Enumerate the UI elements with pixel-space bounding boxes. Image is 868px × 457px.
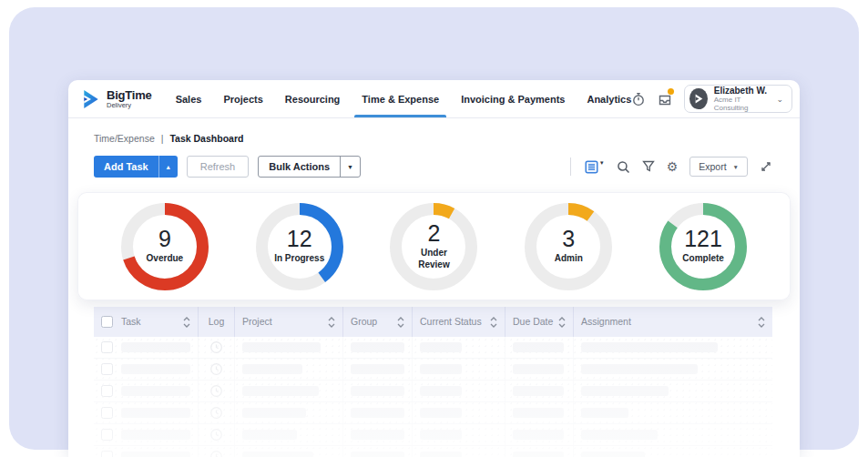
- column-label-current-status: Current Status: [420, 316, 486, 327]
- timer-icon[interactable]: [631, 91, 646, 107]
- list-view-caret-icon: ▼: [599, 160, 605, 166]
- row-checkbox[interactable]: [101, 341, 113, 353]
- donut-under-review-center: 2 Under Review: [402, 215, 465, 279]
- user-avatar: [689, 88, 707, 109]
- complete-label: Complete: [682, 253, 724, 265]
- donut-overdue-center: 9 Overdue: [133, 215, 197, 279]
- donut-in-progress[interactable]: 12 In Progress: [256, 203, 343, 290]
- export-button[interactable]: Export ▼: [689, 157, 748, 177]
- log-time-clock-icon[interactable]: [209, 428, 223, 442]
- column-header-assignment[interactable]: Assignment: [574, 307, 772, 337]
- bulk-actions-caret-down-icon[interactable]: ▼: [340, 157, 360, 177]
- nav-item-analytics[interactable]: Analytics: [587, 80, 631, 117]
- group-cell: [343, 446, 413, 457]
- table-row[interactable]: [94, 381, 772, 402]
- filter-icon[interactable]: [642, 160, 655, 173]
- add-task-button[interactable]: Add Task ▲: [94, 156, 178, 178]
- sort-icon-project[interactable]: [328, 317, 335, 328]
- bulk-actions-button[interactable]: Bulk Actions ▼: [258, 156, 361, 178]
- task-cell: [94, 402, 199, 423]
- log-time-clock-icon[interactable]: [209, 406, 223, 420]
- inbox-notification-dot: [668, 88, 674, 95]
- toolbar-divider: [570, 157, 571, 176]
- table-settings-gear-icon[interactable]: ⚙: [667, 160, 679, 173]
- column-header-group[interactable]: Group: [343, 307, 413, 337]
- overdue-label: Overdue: [147, 253, 184, 265]
- log-cell: [199, 402, 235, 423]
- admin-label: Admin: [555, 253, 583, 265]
- column-header-due-date[interactable]: Due Date: [505, 307, 574, 337]
- breadcrumb-separator: |: [161, 133, 164, 144]
- complete-count: 121: [684, 228, 722, 250]
- table-body: [94, 337, 772, 457]
- table-row[interactable]: [94, 359, 772, 381]
- row-checkbox[interactable]: [101, 363, 113, 375]
- donut-admin[interactable]: 3 Admin: [525, 203, 612, 290]
- sort-icon-assignment[interactable]: [758, 317, 765, 328]
- inbox-icon[interactable]: [658, 91, 672, 107]
- log-time-clock-icon[interactable]: [209, 450, 223, 457]
- sort-icon-task[interactable]: [183, 317, 190, 328]
- sort-icon-current-status[interactable]: [490, 317, 497, 328]
- nav-item-time-expense[interactable]: Time & Expense: [362, 80, 439, 117]
- bulk-actions-label: Bulk Actions: [259, 161, 340, 172]
- donut-overdue[interactable]: 9 Overdue: [121, 203, 209, 290]
- export-caret-down-icon: ▼: [733, 164, 739, 170]
- row-checkbox[interactable]: [101, 429, 113, 441]
- log-cell: [199, 337, 235, 358]
- project-cell: [235, 337, 343, 358]
- expand-icon[interactable]: [760, 160, 772, 173]
- bigtime-logo-icon: [81, 89, 101, 109]
- sort-icon-group[interactable]: [397, 317, 404, 328]
- log-time-clock-icon[interactable]: [209, 340, 223, 354]
- user-name: Elizabeth W.: [714, 86, 768, 96]
- breadcrumb: Time/Expense | Task Dashboard: [68, 133, 800, 144]
- select-all-checkbox[interactable]: [101, 316, 113, 328]
- row-checkbox[interactable]: [101, 451, 113, 457]
- project-cell: [235, 381, 343, 401]
- log-time-clock-icon[interactable]: [209, 362, 223, 376]
- donut-complete[interactable]: 121 Complete: [659, 203, 747, 290]
- add-task-caret-up-icon[interactable]: ▲: [158, 156, 178, 178]
- add-task-label[interactable]: Add Task: [94, 161, 158, 172]
- table-row[interactable]: [94, 424, 772, 446]
- sort-icon-due-date[interactable]: [558, 317, 566, 328]
- log-cell: [199, 446, 235, 457]
- project-cell: [235, 424, 343, 445]
- admin-count: 3: [562, 228, 575, 250]
- current-status-cell: [413, 337, 505, 358]
- task-table: Task Log Project Group: [94, 307, 772, 457]
- breadcrumb-section[interactable]: Time/Expense: [94, 133, 155, 144]
- table-row[interactable]: [94, 402, 772, 424]
- due-date-cell: [505, 424, 574, 445]
- column-header-task[interactable]: Task: [94, 307, 199, 337]
- table-row[interactable]: [94, 337, 772, 359]
- assignment-cell: [574, 402, 772, 423]
- list-view-icon[interactable]: ▼: [585, 160, 605, 174]
- nav-right-cluster: Elizabeth W. Acme IT Consulting ⌄ ⚙ ?: [631, 80, 800, 117]
- project-cell: [235, 446, 343, 457]
- user-profile-menu[interactable]: Elizabeth W. Acme IT Consulting ⌄: [684, 85, 792, 113]
- current-status-cell: [413, 424, 505, 445]
- refresh-button[interactable]: Refresh: [187, 156, 250, 178]
- group-cell: [343, 424, 413, 445]
- log-time-clock-icon[interactable]: [209, 384, 223, 398]
- donut-under-review[interactable]: 2 Under Review: [390, 203, 477, 290]
- row-checkbox[interactable]: [101, 407, 113, 419]
- task-cell: [94, 359, 199, 380]
- due-date-cell: [505, 337, 574, 358]
- nav-item-projects[interactable]: Projects: [223, 80, 262, 117]
- nav-item-resourcing[interactable]: Resourcing: [285, 80, 341, 117]
- task-cell: [94, 446, 199, 457]
- bigtime-logo[interactable]: BigTime Delivery: [81, 80, 152, 117]
- table-search-icon[interactable]: [617, 160, 630, 174]
- task-cell: [94, 424, 199, 445]
- nav-item-invoicing-payments[interactable]: Invoicing & Payments: [461, 80, 565, 117]
- table-row[interactable]: [94, 446, 772, 457]
- nav-item-sales[interactable]: Sales: [176, 80, 202, 117]
- assignment-cell: [574, 446, 772, 457]
- column-header-project[interactable]: Project: [235, 307, 343, 337]
- column-header-current-status[interactable]: Current Status: [413, 307, 505, 337]
- row-checkbox[interactable]: [101, 385, 113, 397]
- column-label-log: Log: [209, 316, 225, 327]
